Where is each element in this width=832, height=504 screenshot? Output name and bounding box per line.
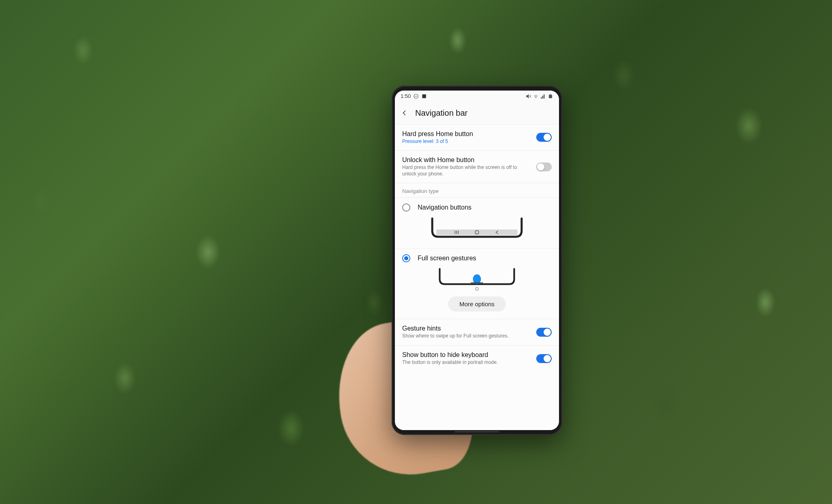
page-header: Navigation bar <box>395 102 559 125</box>
phone-frame: 1:50 Navigation bar <box>392 86 562 435</box>
more-options-button[interactable]: More options <box>448 296 506 311</box>
toggle-hard-press[interactable] <box>536 133 552 142</box>
setting-hard-press[interactable]: Hard press Home button Pressure level: 3… <box>395 125 559 151</box>
radio-indicator[interactable] <box>402 254 410 262</box>
no-disturb-icon <box>413 93 419 99</box>
status-time: 1:50 <box>401 93 411 99</box>
svg-rect-12 <box>476 288 479 290</box>
radio-full-gestures[interactable]: Full screen gestures More options <box>395 249 559 319</box>
setting-title: Show button to hide keyboard <box>402 351 531 359</box>
notification-icon <box>421 93 427 99</box>
page-title: Navigation bar <box>415 108 468 118</box>
phone-screen: 1:50 Navigation bar <box>395 91 559 430</box>
settings-content[interactable]: Hard press Home button Pressure level: 3… <box>395 125 559 430</box>
setting-title: Hard press Home button <box>402 130 531 138</box>
wifi-icon <box>533 93 539 99</box>
svg-rect-5 <box>436 229 518 235</box>
signal-icon <box>540 93 546 99</box>
radio-label: Navigation buttons <box>418 204 472 211</box>
mute-icon <box>526 93 531 99</box>
svg-rect-3 <box>549 95 552 98</box>
radio-nav-buttons[interactable]: Navigation buttons <box>395 198 559 249</box>
toggle-hide-keyboard[interactable] <box>536 354 552 363</box>
chevron-left-icon <box>400 109 408 117</box>
setting-hide-keyboard[interactable]: Show button to hide keyboard The button … <box>395 346 559 372</box>
toggle-unlock[interactable] <box>536 162 552 171</box>
full-gestures-preview <box>424 267 530 292</box>
status-bar: 1:50 <box>395 91 559 102</box>
svg-point-10 <box>473 275 481 284</box>
svg-rect-2 <box>422 94 426 98</box>
toggle-gesture-hints[interactable] <box>536 328 552 337</box>
setting-subtitle: Pressure level: 3 of 5 <box>402 138 531 145</box>
section-nav-type: Navigation type <box>395 183 559 198</box>
radio-indicator[interactable] <box>402 203 410 212</box>
setting-title: Gesture hints <box>402 325 531 332</box>
svg-rect-4 <box>550 94 551 95</box>
battery-icon <box>548 93 553 99</box>
setting-gesture-hints[interactable]: Gesture hints Show where to swipe up for… <box>395 319 559 346</box>
setting-title: Unlock with Home button <box>402 156 531 164</box>
setting-subtitle: Show where to swipe up for Full screen g… <box>402 333 531 340</box>
setting-unlock[interactable]: Unlock with Home button Hard press the H… <box>395 151 559 183</box>
back-button[interactable] <box>400 108 409 117</box>
radio-label: Full screen gestures <box>418 255 476 262</box>
setting-subtitle: Hard press the Home button while the scr… <box>402 164 531 177</box>
setting-subtitle: The button is only available in portrait… <box>402 359 531 366</box>
nav-buttons-preview <box>424 216 530 241</box>
